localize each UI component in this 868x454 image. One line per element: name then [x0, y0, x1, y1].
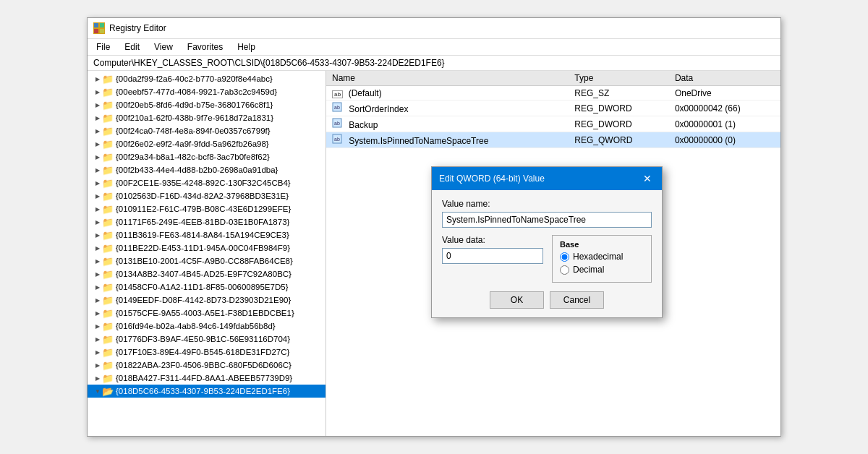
tree-item-10[interactable]: ▶ 📁 {010911E2-F61C-479B-B08C-43E6D1299EF…	[88, 202, 326, 215]
tree-arrow: ▶	[93, 128, 102, 134]
folder-icon: 📁	[102, 347, 114, 358]
reg-name-cell: ab System.IsPinnedToNameSpaceTree	[326, 132, 569, 148]
tree-pane[interactable]: ▶ 📁 {00da2f99-f2a6-40c2-b770-a920f8e44ab…	[88, 71, 326, 436]
tree-label: {00f210a1-62f0-438b-9f7e-9618d72a1831}	[116, 113, 273, 122]
title-bar: Registry Editor	[88, 18, 780, 39]
table-row[interactable]: ab (Default) REG_SZ OneDrive	[326, 86, 780, 100]
menu-view[interactable]: View	[151, 40, 176, 53]
tree-arrow: ▶	[93, 193, 102, 200]
folder-icon: 📁	[102, 321, 114, 332]
tree-label: {00f2b433-44e4-4d88-b2b0-2698a0a91dba}	[116, 166, 278, 174]
tree-label: {00eebf57-477d-4084-9921-7ab3c2c9459d}	[116, 87, 277, 96]
folder-icon: 📁	[102, 243, 114, 254]
col-data: Data	[669, 71, 780, 86]
tree-label: {011BE22D-E453-11D1-945A-00C04FB984F9}	[116, 244, 290, 252]
tree-item-22[interactable]: ▶ 📁 {01822ABA-23F0-4506-9BBC-680F5D6D606…	[88, 359, 326, 372]
tree-label: {0134A8B2-3407-4B45-AD25-E9F7C92A80BC}	[116, 270, 292, 278]
reg-data: OneDrive	[669, 86, 780, 100]
svg-rect-2	[94, 29, 98, 33]
folder-icon-open: 📂	[102, 386, 114, 397]
reg-type: REG_DWORD	[569, 100, 669, 116]
tree-item-14[interactable]: ▶ 📁 {0131BE10-2001-4C5F-A9B0-CC88FAB64CE…	[88, 254, 326, 267]
table-row[interactable]: ab SortOrderIndex REG_DWORD 0x00000042 (…	[326, 100, 780, 116]
menu-favorites[interactable]: Favorites	[184, 40, 226, 53]
hexadecimal-radio[interactable]	[560, 252, 569, 262]
tree-arrow: ▶	[93, 115, 102, 121]
tree-label: {00f29a34-b8a1-482c-bcf8-3ac7b0fe8f62}	[116, 153, 270, 161]
folder-icon: 📁	[102, 217, 114, 228]
base-group-title: Base	[560, 240, 644, 249]
tree-item-21[interactable]: ▶ 📁 {017F10E3-89E4-49F0-B545-618DE31FD27…	[88, 346, 326, 359]
tree-item-8[interactable]: ▶ 📁 {00F2CE1E-935E-4248-892C-130F32C45CB…	[88, 176, 326, 189]
tree-item-24[interactable]: ▼ 📂 {018D5C66-4533-4307-9B53-224DE2ED1FE…	[88, 385, 326, 398]
edit-qword-dialog: Edit QWORD (64-bit) Value ✕ Value name: …	[431, 166, 663, 318]
value-data-section: Value data:	[442, 235, 543, 280]
tree-label: {0131BE10-2001-4C5F-A9B0-CC88FAB64CE8}	[116, 257, 293, 265]
folder-icon: 📁	[102, 191, 114, 202]
folder-icon: 📁	[102, 139, 114, 150]
app-icon	[93, 22, 105, 34]
table-row-highlighted[interactable]: ab System.IsPinnedToNameSpaceTree REG_QW…	[326, 132, 780, 148]
value-data-label: Value data:	[442, 235, 543, 245]
menu-edit[interactable]: Edit	[122, 40, 142, 53]
tree-item-1[interactable]: ▶ 📁 {00eebf57-477d-4084-9921-7ab3c2c9459…	[88, 85, 326, 98]
tree-arrow: ▶	[93, 232, 102, 239]
reg-data: 0x00000000 (0)	[669, 132, 780, 148]
folder-icon: 📁	[102, 152, 114, 163]
tree-item-15[interactable]: ▶ 📁 {0134A8B2-3407-4B45-AD25-E9F7C92A80B…	[88, 267, 326, 280]
tree-arrow: ▶	[93, 284, 102, 291]
folder-icon: 📁	[102, 113, 114, 124]
value-data-input[interactable]	[442, 248, 543, 264]
svg-text:ab: ab	[334, 121, 340, 126]
tree-arrow: ▶	[93, 349, 102, 356]
tree-item-2[interactable]: ▶ 📁 {00f20eb5-8fd6-4d9d-b75e-36801766c8f…	[88, 98, 326, 111]
tree-arrow: ▶	[93, 297, 102, 304]
value-name-input[interactable]	[442, 212, 652, 228]
menu-file[interactable]: File	[93, 40, 113, 53]
tree-item-16[interactable]: ▶ 📁 {01458CF0-A1A2-11D1-8F85-00600895E7D…	[88, 280, 326, 294]
tree-label: {01776DF3-B9AF-4E50-9B1C-56E93116D704}	[116, 335, 290, 343]
menu-help[interactable]: Help	[234, 40, 258, 53]
tree-label: {0149EEDF-D08F-4142-8D73-D23903D21E90}	[116, 296, 291, 304]
folder-icon: 📁	[102, 165, 114, 176]
dialog-close-button[interactable]: ✕	[640, 171, 655, 186]
svg-text:ab: ab	[334, 137, 340, 142]
decimal-label[interactable]: Decimal	[573, 265, 604, 275]
tree-label: {01822ABA-23F0-4506-9BBC-680F5D6D606C}	[116, 361, 292, 369]
tree-arrow: ▶	[93, 258, 102, 265]
tree-item-23[interactable]: ▶ 📁 {018BA427-F311-44FD-8AA1-ABEEB57739D…	[88, 372, 326, 385]
tree-arrow: ▶	[93, 323, 102, 330]
tree-item-18[interactable]: ▶ 📁 {01575CFE-9A55-4003-A5E1-F38D1EBDCBE…	[88, 307, 326, 320]
tree-item-6[interactable]: ▶ 📁 {00f29a34-b8a1-482c-bcf8-3ac7b0fe8f6…	[88, 150, 326, 163]
tree-item-13[interactable]: ▶ 📁 {011BE22D-E453-11D1-945A-00C04FB984F…	[88, 241, 326, 254]
tree-item-0[interactable]: ▶ 📁 {00da2f99-f2a6-40c2-b770-a920f8e44ab…	[88, 72, 326, 85]
decimal-radio[interactable]	[560, 265, 569, 275]
tree-item-12[interactable]: ▶ 📁 {011B3619-FE63-4814-8A84-15A194CE9CE…	[88, 228, 326, 241]
reg-name: System.IsPinnedToNameSpaceTree	[349, 136, 488, 146]
tree-item-3[interactable]: ▶ 📁 {00f210a1-62f0-438b-9f7e-9618d72a183…	[88, 111, 326, 124]
tree-label: {01575CFE-9A55-4003-A5E1-F38D1EBDCBE1}	[116, 309, 294, 317]
value-name-label: Value name:	[442, 199, 652, 209]
reg-type: REG_SZ	[569, 86, 669, 100]
tree-label: {0102563D-F16D-434d-82A2-37968BD3E31E}	[116, 192, 289, 200]
table-row[interactable]: ab Backup REG_DWORD 0x00000001 (1)	[326, 116, 780, 132]
reg-name: Backup	[349, 120, 378, 130]
tree-item-7[interactable]: ▶ 📁 {00f2b433-44e4-4d88-b2b0-2698a0a91db…	[88, 163, 326, 176]
tree-arrow: ▶	[93, 167, 102, 174]
ok-button[interactable]: OK	[490, 291, 544, 309]
folder-icon: 📁	[102, 204, 114, 215]
tree-label: {011B3619-FE63-4814-8A84-15A194CE9CE3}	[116, 231, 289, 239]
tree-item-4[interactable]: ▶ 📁 {00f24ca0-748f-4e8a-894f-0e0357c6799…	[88, 124, 326, 137]
tree-arrow: ▶	[93, 141, 102, 147]
tree-item-20[interactable]: ▶ 📁 {01776DF3-B9AF-4E50-9B1C-56E93116D70…	[88, 333, 326, 346]
col-type: Type	[569, 71, 669, 86]
hexadecimal-label[interactable]: Hexadecimal	[573, 252, 623, 262]
tree-item-17[interactable]: ▶ 📁 {0149EEDF-D08F-4142-8D73-D23903D21E9…	[88, 294, 326, 307]
tree-item-9[interactable]: ▶ 📁 {0102563D-F16D-434d-82A2-37968BD3E31…	[88, 189, 326, 202]
tree-item-11[interactable]: ▶ 📁 {01171F65-249E-4EEB-81BD-03E1B0FA187…	[88, 215, 326, 228]
tree-item-19[interactable]: ▶ 📁 {016fd94e-b02a-4ab8-94c6-149fdab56b8…	[88, 320, 326, 333]
tree-item-5[interactable]: ▶ 📁 {00f26e02-e9f2-4a9f-9fdd-5a962fb26a9…	[88, 137, 326, 150]
tree-label: {010911E2-F61C-479B-B08C-43E6D1299EFE}	[116, 205, 291, 213]
folder-icon: 📁	[102, 178, 114, 189]
cancel-button[interactable]: Cancel	[550, 291, 604, 309]
